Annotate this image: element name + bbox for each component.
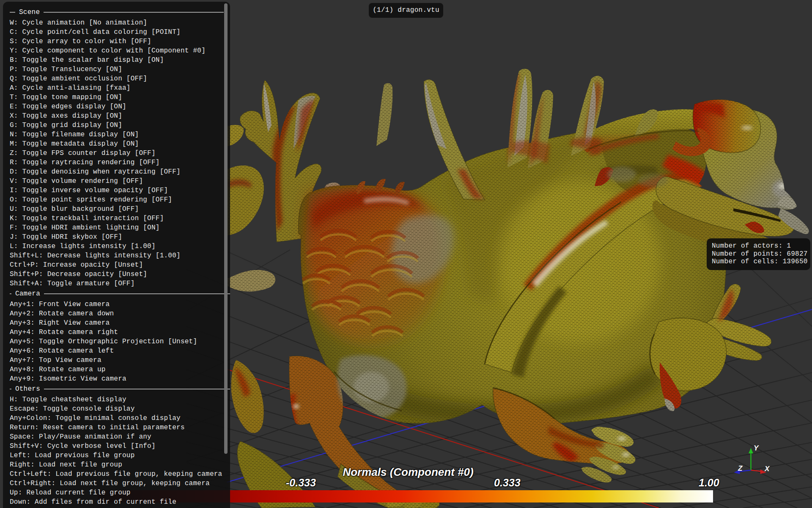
svg-text:Y: Y	[754, 444, 759, 452]
svg-text:X: X	[764, 465, 770, 473]
svg-text:Z: Z	[738, 464, 743, 472]
